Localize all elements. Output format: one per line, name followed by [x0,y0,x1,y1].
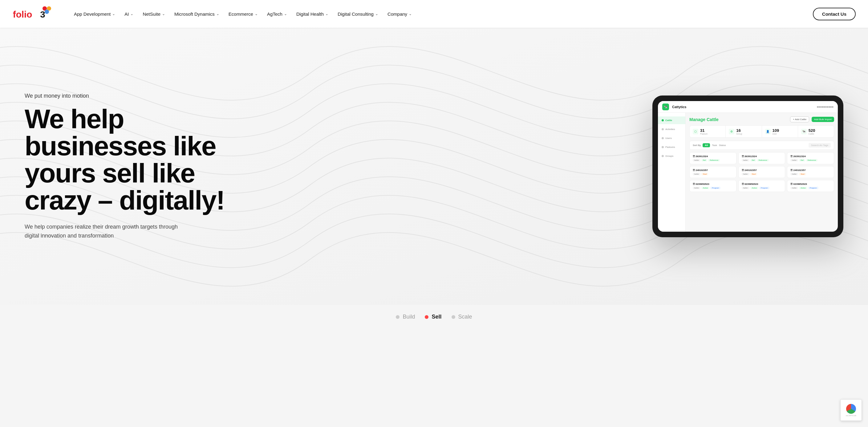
chevron-down-icon: ⌄ [284,12,287,16]
table-row: ☰ 249102357 heifer Stud [787,166,834,178]
table-row: ☰ 263912324 heifer Ref Reference [787,152,834,164]
contact-button[interactable]: Contact Us [813,8,856,20]
sell-dot [425,315,429,319]
build-dot [396,315,400,319]
add-cattle-button[interactable]: + Add Cattle [790,117,809,122]
nav-item-digital-health[interactable]: Digital Health ⌄ [292,9,332,19]
cattle-cards-grid: ☰ 263912324 heifer Ref Reference ☰ 26391… [689,152,834,192]
table-row: ☰ 263912324 heifer Ref Reference [738,152,785,164]
app-filter-bar: Sort By All Task Status Search An Tags [689,141,834,150]
chevron-down-icon: ⌄ [255,12,258,16]
table-row: ☰ 0239852923 heifer Active Program [787,180,834,192]
filter-status[interactable]: Status [719,144,726,147]
table-row: ☰ 0239852923 heifer Active Program [689,180,737,192]
tablet-screen: 🐄 Cattytics ■■■■■■■■■■ Cattle [658,101,838,232]
app-top-bar: 🐄 Cattytics ■■■■■■■■■■ [658,101,838,113]
app-main-content: Manage Cattle + Add Cattle Add Bulk Impo… [686,113,838,232]
sidebar-item-activities[interactable]: Activities [658,125,685,133]
table-row: ☰ 263912324 heifer Ref Reference [689,152,737,164]
svg-text:folio: folio [13,9,32,20]
app-brand-name: Cattytics [672,105,686,109]
hero-subtext: We help companies realize their dream gr… [25,222,191,240]
nav-item-ai[interactable]: AI ⌄ [121,9,137,19]
app-page-header: Manage Cattle + Add Cattle Add Bulk Impo… [689,117,834,122]
app-search-box[interactable]: Search An Tags [809,143,831,148]
stat-group: ⚙ 16 Group [726,126,762,138]
chevron-down-icon: ⌄ [112,12,115,16]
table-row: ☰ 0239852923 heifer Active Program [738,180,785,192]
cattle-stat-icon: 🐄 [801,129,807,134]
filter-task[interactable]: Task [712,144,717,147]
pastures-icon [662,146,664,148]
add-bulk-import-button[interactable]: Add Bulk Import [812,117,834,122]
hero-text-block: We put money into motion We help busines… [25,93,224,240]
filter-all-pill[interactable]: All [703,143,710,147]
table-row: ☰ 249102357 heifer Stud [738,166,785,178]
nav-item-app-development[interactable]: App Development ⌄ [70,9,119,19]
app-sidebar: Cattle Activities Users [658,113,686,232]
chevron-down-icon: ⌄ [409,12,412,16]
nav-item-ecommerce[interactable]: Ecommerce ⌄ [225,9,261,19]
app-body: Cattle Activities Users [658,113,838,232]
stat-pasture: ⬡ 31 Pasture [690,126,726,138]
slide-indicators: Build Sell Scale [0,305,868,326]
chevron-down-icon: ⌄ [375,12,378,16]
stat-user: 👤 109 User [762,126,798,138]
nav-item-agtech[interactable]: AgTech ⌄ [264,9,291,19]
chevron-down-icon: ⌄ [325,12,328,16]
svg-text:3: 3 [40,9,45,20]
hero-eyebrow: We put money into motion [25,93,224,99]
hero-content: We put money into motion We help busines… [0,68,868,265]
pasture-stat-icon: ⬡ [693,129,698,134]
navbar: folio 3 App Development ⌄ AI ⌄ NetSuite … [0,0,868,28]
hero-heading: We help businesses like yours sell like … [25,105,224,214]
indicator-scale[interactable]: Scale [452,314,472,320]
indicator-build[interactable]: Build [396,314,415,320]
activities-icon [662,128,664,130]
tablet-mockup: 🐄 Cattytics ■■■■■■■■■■ Cattle [652,95,843,237]
nav-item-digital-consulting[interactable]: Digital Consulting ⌄ [334,9,382,19]
group-stat-icon: ⚙ [729,129,734,134]
indicator-sell[interactable]: Sell [425,314,441,320]
svg-point-4 [45,9,49,14]
logo[interactable]: folio 3 [12,5,56,23]
table-row: ☰ 249102357 heifer Stud [689,166,737,178]
groups-icon [662,155,664,157]
scale-dot [452,315,455,319]
app-top-right-info: ■■■■■■■■■■ [817,105,834,109]
user-stat-icon: 👤 [765,129,771,134]
nav-item-company[interactable]: Company ⌄ [384,9,415,19]
sidebar-item-pastures[interactable]: Pastures [658,143,685,151]
hero-section: We put money into motion We help busines… [0,28,868,305]
sidebar-item-groups[interactable]: Groups [658,152,685,160]
chevron-down-icon: ⌄ [162,12,165,16]
hero-image: 🐄 Cattytics ■■■■■■■■■■ Cattle [652,95,843,237]
cattle-icon [662,119,664,121]
sidebar-item-cattle[interactable]: Cattle [658,117,685,124]
nav-item-netsuite[interactable]: NetSuite ⌄ [139,9,169,19]
nav-links: App Development ⌄ AI ⌄ NetSuite ⌄ Micros… [70,9,808,19]
app-logo: 🐄 [662,103,669,110]
stat-cattle: 🐄 520 Cattle [798,126,834,138]
chevron-down-icon: ⌄ [130,12,133,16]
app-page-title: Manage Cattle [689,117,787,122]
nav-item-microsoft-dynamics[interactable]: Microsoft Dynamics ⌄ [170,9,223,19]
app-stats-bar: ⬡ 31 Pasture ⚙ 16 [689,125,834,138]
users-icon [662,137,664,139]
chevron-down-icon: ⌄ [216,12,219,16]
sidebar-item-users[interactable]: Users [658,134,685,142]
